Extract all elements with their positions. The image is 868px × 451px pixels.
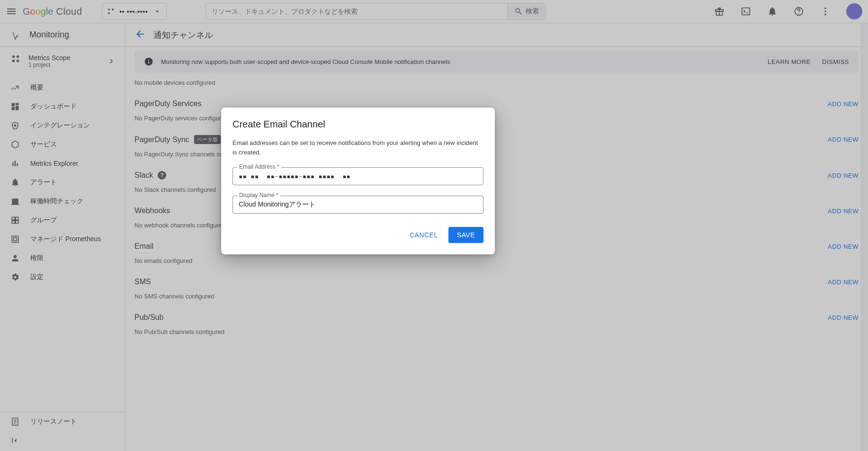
cancel-button[interactable]: CANCEL (403, 227, 445, 243)
save-button[interactable]: SAVE (448, 227, 483, 243)
create-email-modal: Create Email Channel Email addresses can… (221, 108, 495, 254)
modal-description: Email addresses can be set to receive no… (233, 138, 483, 157)
display-name-label: Display Name * (237, 192, 280, 198)
email-label: Email Address * (237, 163, 281, 170)
modal-title: Create Email Channel (233, 119, 483, 130)
